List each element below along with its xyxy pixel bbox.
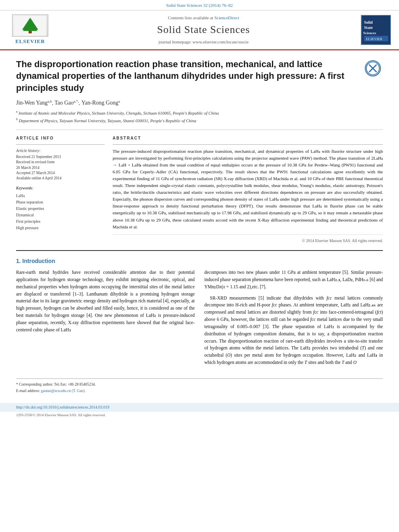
- section-title-text: Introduction: [23, 258, 56, 264]
- elsevier-logo-image: [12, 14, 48, 37]
- doi-bar: http://dx.doi.org/10.1016/j.solidstatesc…: [0, 403, 399, 412]
- elsevier-wordmark: ELSEVIER: [15, 38, 45, 45]
- keywords-label: Keywords:: [16, 185, 105, 191]
- crossmark-area: [363, 58, 383, 76]
- keyword-1: LaH₂: [16, 193, 105, 199]
- authors-line: Jin-Wen Yanga,b, Tao Gaoa,*,, Yan-Rong G…: [16, 99, 383, 107]
- keyword-4: Dynamical: [16, 212, 105, 218]
- intro-para-3: SR-XRD measurements [5] indicate that di…: [204, 295, 383, 366]
- abstract-text: The pressure-induced disproportionation …: [113, 148, 383, 230]
- svg-text:State: State: [364, 25, 373, 30]
- journal-header: ELSEVIER Contents lists available at Sci…: [0, 10, 399, 50]
- keyword-2: Phase separation: [16, 199, 105, 205]
- affiliation-a: a Institute of Atomic and Molecular Phys…: [16, 109, 383, 116]
- article-info-column: ARTICLE INFO Article history: Received 2…: [16, 136, 105, 244]
- svg-text:Solid: Solid: [364, 20, 373, 25]
- contents-line: Contents lists available at ScienceDirec…: [52, 15, 355, 21]
- abstract-column: ABSTRACT The pressure-induced disproport…: [113, 136, 383, 244]
- keyword-3: Elastic properties: [16, 205, 105, 212]
- main-content: The disproportionation reaction phase tr…: [0, 50, 399, 403]
- history-label: Article history:: [16, 148, 105, 154]
- journal-logo-box: Solid State Sciences ELSEVIER: [361, 15, 391, 45]
- abstract-box: The pressure-induced disproportionation …: [113, 144, 383, 244]
- affiliations: a Institute of Atomic and Molecular Phys…: [16, 109, 383, 124]
- article-title-section: The disproportionation reaction phase tr…: [16, 58, 383, 94]
- keywords-list: LaH₂ Phase separation Elastic properties…: [16, 193, 105, 231]
- body-col-right: decomposes into two new phases under 11 …: [204, 269, 383, 370]
- article-info-box: Article history: Received 21 September 2…: [16, 144, 105, 231]
- svg-text:ELSEVIER: ELSEVIER: [366, 37, 383, 41]
- revised-date: Received in revised form: [16, 160, 105, 165]
- email-link[interactable]: gaotao@scu.edu.cn (T. Gao).: [41, 389, 86, 393]
- received-date: Received 21 September 2013: [16, 154, 105, 160]
- introduction-section: 1. Introduction Rare-earth metal hydride…: [16, 257, 383, 370]
- article-dates: Received 21 September 2013 Received in r…: [16, 154, 105, 181]
- journal-name-heading: Solid State Sciences: [52, 23, 355, 37]
- author-3-sup: a: [118, 99, 120, 103]
- keyword-6: High pressure: [16, 225, 105, 231]
- affiliation-b: b Department of Physics, Taiyuan Normal …: [16, 117, 383, 124]
- journal-citation: Solid State Sciences 32 (2014) 76–82: [0, 0, 399, 10]
- revised-date-value: 26 March 2014: [16, 165, 105, 170]
- intro-para-1: Rare-earth metal hydrides have received …: [16, 269, 195, 333]
- info-abstract-section: ARTICLE INFO Article history: Received 2…: [16, 136, 383, 244]
- accepted-date: Accepted 27 March 2014: [16, 170, 105, 176]
- keyword-5: First principles: [16, 218, 105, 225]
- elsevier-logo-area: ELSEVIER: [8, 14, 52, 45]
- author-1-sup: a,b: [47, 99, 52, 103]
- email-line: E-mail address: gaotao@scu.edu.cn (T. Ga…: [16, 388, 383, 394]
- divider-thick: [16, 250, 383, 251]
- svg-text:Sciences: Sciences: [363, 31, 376, 35]
- body-col-left: Rare-earth metal hydrides have received …: [16, 269, 195, 370]
- section-1-title: 1. Introduction: [16, 257, 383, 265]
- sciencedirect-link[interactable]: ScienceDirect: [214, 15, 239, 20]
- footer-section: * Corresponding author. Tel./fax: +86 28…: [16, 378, 383, 394]
- body-two-col: Rare-earth metal hydrides have received …: [16, 269, 383, 370]
- article-title: The disproportionation reaction phase tr…: [16, 58, 363, 94]
- journal-right-logo: Solid State Sciences ELSEVIER: [355, 15, 391, 45]
- article-info-label: ARTICLE INFO: [16, 136, 105, 141]
- copyright-line: © 2014 Elsevier Masson SAS. All rights r…: [113, 234, 383, 244]
- author-1-name: Jin-Wen Yang: [16, 100, 47, 106]
- author-2-sup: a,*,: [74, 99, 79, 103]
- abstract-label: ABSTRACT: [113, 136, 383, 141]
- issn-bar: 1293-2558/© 2014 Elsevier Masson SAS. Al…: [0, 412, 399, 419]
- section-number: 1.: [16, 258, 23, 264]
- divider-1: [16, 129, 383, 130]
- keywords-section: Keywords: LaH₂ Phase separation Elastic …: [16, 185, 105, 231]
- crossmark-badge: [365, 60, 381, 76]
- journal-center-info: Contents lists available at ScienceDirec…: [52, 15, 355, 45]
- author-2-name: Tao Gao: [54, 100, 74, 106]
- journal-homepage: journal homepage: www.elsevier.com/locat…: [52, 39, 355, 45]
- doi-link[interactable]: http://dx.doi.org/10.1016/j.solidstatesc…: [16, 405, 109, 409]
- intro-para-2: decomposes into two new phases under 11 …: [204, 269, 383, 290]
- available-date: Available online 4 April 2014: [16, 176, 105, 181]
- corresponding-author: * Corresponding author. Tel./fax: +86 28…: [16, 382, 383, 387]
- author-3-name: Yan-Rong Gong: [82, 100, 119, 106]
